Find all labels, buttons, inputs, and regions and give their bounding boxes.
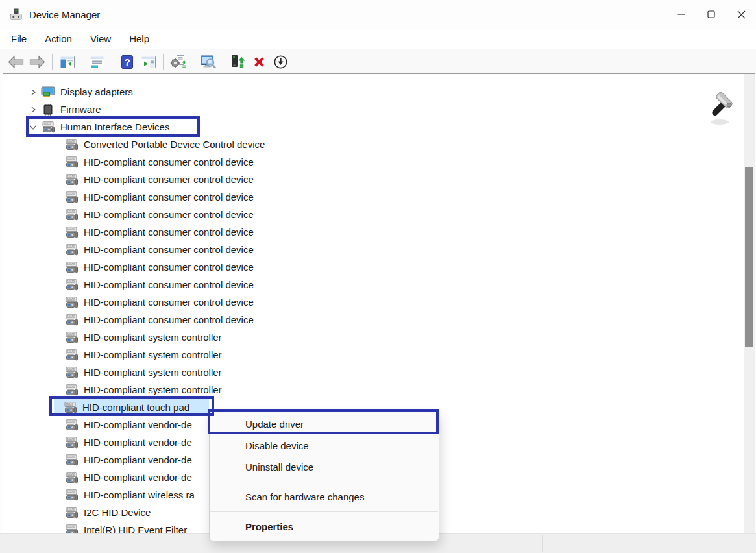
properties-button[interactable] bbox=[86, 52, 108, 71]
display-adapter-icon bbox=[41, 86, 55, 98]
hid-icon bbox=[64, 174, 79, 186]
menubar-item-file[interactable]: File bbox=[10, 32, 28, 45]
tree-item-hid-compliant-system-controller[interactable]: HID-compliant system controller bbox=[3, 363, 742, 381]
tree-item-label: HID-compliant consumer control device bbox=[84, 227, 254, 238]
tree-item-hid-compliant-consumer-control-device[interactable]: HID-compliant consumer control device bbox=[3, 223, 742, 241]
tree-item-label: HID-compliant consumer control device bbox=[84, 156, 254, 167]
hid-icon bbox=[64, 367, 79, 378]
hid-icon bbox=[64, 156, 79, 168]
tree-item-label: HID-compliant consumer control device bbox=[84, 191, 254, 203]
show-action-pane-icon bbox=[140, 55, 156, 69]
toolbar-separator bbox=[163, 54, 164, 70]
tree-item-hid-compliant-system-controller[interactable]: HID-compliant system controller bbox=[3, 346, 742, 363]
tree-item-hid-compliant-system-controller[interactable]: HID-compliant system controller bbox=[3, 381, 742, 399]
maximize-button[interactable] bbox=[696, 0, 726, 29]
tree-item-label: Display adapters bbox=[60, 86, 133, 97]
hid-icon bbox=[41, 121, 55, 133]
tree-item-label: HID-compliant vendor-de bbox=[84, 454, 192, 465]
tree-item-label: Intel(R) HID Event Filter bbox=[84, 524, 187, 534]
menubar-item-action[interactable]: Action bbox=[43, 32, 73, 45]
tree-item-hid-compliant-system-controller[interactable]: HID-compliant system controller bbox=[3, 328, 742, 346]
minimize-button[interactable] bbox=[666, 0, 696, 29]
tree-item-label: HID-compliant consumer control device bbox=[84, 297, 254, 308]
tree-item-label: I2C HID Device bbox=[84, 507, 151, 518]
tree-item-human-interface-devices[interactable]: Human Interface Devices bbox=[3, 118, 742, 136]
tree-item-label: HID-compliant vendor-de bbox=[84, 437, 192, 448]
add-drivers-button[interactable] bbox=[167, 52, 189, 71]
toolbar-separator bbox=[223, 54, 223, 70]
firmware-icon bbox=[41, 104, 55, 116]
context-menu-separator bbox=[210, 482, 438, 482]
hid-icon bbox=[64, 244, 79, 256]
disable-device-icon bbox=[273, 55, 288, 69]
hid-icon bbox=[64, 489, 79, 501]
hid-icon bbox=[64, 384, 79, 396]
chevron-right-icon[interactable] bbox=[27, 104, 40, 116]
help-button[interactable]: ? bbox=[116, 52, 138, 71]
toolbar-separator bbox=[112, 54, 112, 70]
context-menu-item-disable-device[interactable]: Disable device bbox=[210, 435, 439, 456]
hid-icon bbox=[64, 227, 79, 238]
tree-item-hid-compliant-consumer-control-device[interactable]: HID-compliant consumer control device bbox=[3, 258, 742, 276]
tree-item-hid-compliant-consumer-control-device[interactable]: HID-compliant consumer control device bbox=[3, 188, 742, 206]
show-console-tree-button[interactable] bbox=[56, 52, 78, 71]
forward-button[interactable] bbox=[27, 52, 48, 71]
back-button[interactable] bbox=[5, 52, 27, 71]
tree-item-label: HID-compliant consumer control device bbox=[84, 209, 254, 220]
menubar-item-view[interactable]: View bbox=[89, 32, 112, 45]
hid-icon bbox=[64, 314, 79, 326]
tree-item-label: Human Interface Devices bbox=[60, 121, 169, 132]
tree-item-hid-compliant-consumer-control-device[interactable]: HID-compliant consumer control device bbox=[3, 241, 742, 258]
title-bar: Device Manager bbox=[0, 0, 756, 29]
hid-icon bbox=[64, 191, 79, 203]
tree-item-firmware[interactable]: Firmware bbox=[3, 101, 742, 118]
tree-item-label: HID-compliant consumer control device bbox=[84, 174, 254, 185]
scrollbar-thumb[interactable] bbox=[745, 167, 753, 347]
close-button[interactable] bbox=[726, 0, 756, 29]
tree-item-converted-portable-device-control-device[interactable]: Converted Portable Device Control device bbox=[3, 136, 742, 153]
context-menu-separator bbox=[210, 511, 438, 512]
toolbar-separator bbox=[193, 54, 193, 70]
toolbar-separator bbox=[82, 54, 82, 70]
menubar-item-help[interactable]: Help bbox=[128, 32, 151, 45]
status-bar-divider bbox=[542, 535, 543, 552]
tree-item-hid-compliant-consumer-control-device[interactable]: HID-compliant consumer control device bbox=[3, 311, 742, 328]
show-action-pane-button[interactable] bbox=[138, 52, 159, 71]
hid-icon bbox=[64, 279, 79, 291]
minimize-icon bbox=[677, 10, 685, 18]
tree-item-label: HID-compliant vendor-de bbox=[84, 419, 192, 430]
hid-icon bbox=[64, 209, 79, 221]
uninstall-device-button[interactable] bbox=[249, 52, 270, 71]
tree-item-label: HID-compliant consumer control device bbox=[84, 279, 254, 290]
tree-item-label: HID-compliant consumer control device bbox=[84, 262, 254, 273]
update-driver-icon bbox=[230, 54, 246, 69]
chevron-right-icon[interactable] bbox=[27, 86, 40, 98]
context-menu-item-scan-for-hardware-changes[interactable]: Scan for hardware changes bbox=[210, 486, 439, 508]
tree-item-hid-compliant-consumer-control-device[interactable]: HID-compliant consumer control device bbox=[3, 171, 742, 188]
context-menu-item-properties[interactable]: Properties bbox=[210, 516, 439, 537]
hid-icon bbox=[64, 454, 79, 466]
context-menu-item-uninstall-device[interactable]: Uninstall device bbox=[210, 456, 439, 478]
tree-item-hid-compliant-consumer-control-device[interactable]: HID-compliant consumer control device bbox=[3, 293, 742, 311]
tree-item-label: HID-compliant consumer control device bbox=[84, 314, 254, 325]
tree-item-label: Converted Portable Device Control device bbox=[84, 139, 265, 150]
scan-hardware-changes-button[interactable] bbox=[197, 52, 219, 71]
toolbar: ? bbox=[0, 49, 756, 74]
disable-device-button[interactable] bbox=[270, 52, 291, 71]
tree-item-hid-compliant-consumer-control-device[interactable]: HID-compliant consumer control device bbox=[3, 206, 742, 223]
maximize-icon bbox=[707, 10, 715, 18]
context-menu-item-update-driver[interactable]: Update driver bbox=[210, 413, 439, 435]
chevron-down-icon[interactable] bbox=[27, 121, 40, 133]
hid-icon bbox=[64, 437, 79, 449]
forward-icon bbox=[29, 55, 46, 69]
uninstall-device-icon bbox=[252, 55, 267, 69]
show-console-tree-icon bbox=[59, 55, 75, 69]
tree-item-hid-compliant-consumer-control-device[interactable]: HID-compliant consumer control device bbox=[3, 276, 742, 293]
update-driver-button[interactable] bbox=[227, 52, 249, 71]
tree-item-hid-compliant-consumer-control-device[interactable]: HID-compliant consumer control device bbox=[3, 153, 742, 171]
hid-icon bbox=[64, 349, 79, 361]
vertical-scrollbar[interactable] bbox=[744, 74, 755, 534]
tree-item-display-adapters[interactable]: Display adapters bbox=[3, 83, 742, 101]
context-menu: Update driverDisable deviceUninstall dev… bbox=[209, 411, 439, 541]
tree-item-label: HID-compliant wireless ra bbox=[84, 489, 195, 500]
